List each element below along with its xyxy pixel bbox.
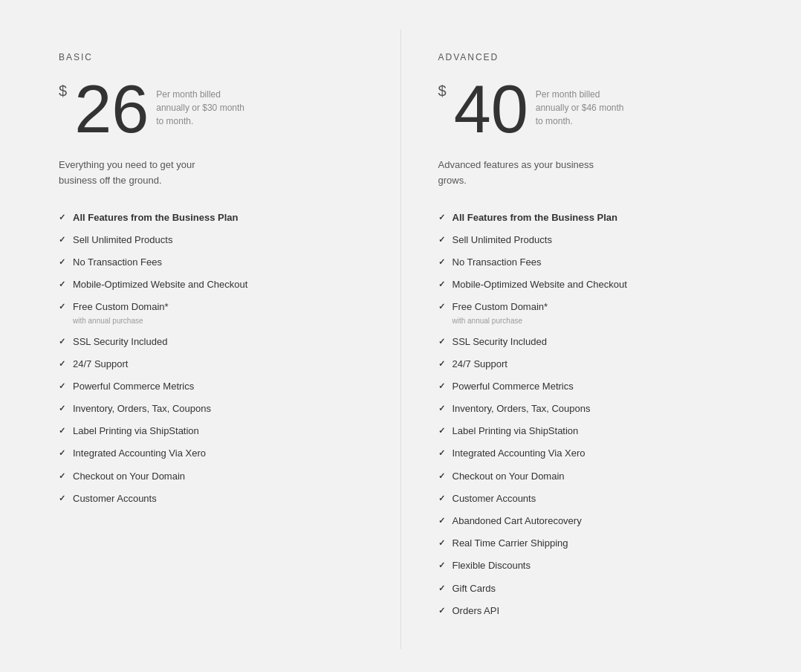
- check-icon: ✓: [438, 234, 445, 245]
- check-icon: ✓: [59, 358, 65, 369]
- feature-item: ✓Integrated Accounting Via Xero: [59, 447, 363, 460]
- check-icon: ✓: [59, 336, 65, 347]
- check-icon: ✓: [59, 471, 65, 482]
- plan-basic-price-row: $26Per month billed annually or $30 mont…: [59, 76, 363, 143]
- feature-item: ✓Label Printing via ShipStation: [438, 424, 743, 438]
- feature-text: Inventory, Orders, Tax, Coupons: [73, 402, 363, 416]
- check-icon: ✓: [438, 425, 445, 436]
- check-icon: ✓: [59, 301, 65, 312]
- feature-item: ✓All Features from the Business Plan: [59, 211, 363, 224]
- check-icon: ✓: [59, 234, 65, 245]
- check-icon: ✓: [438, 583, 445, 594]
- feature-text: Sell Unlimited Products: [453, 233, 743, 247]
- feature-text: 24/7 Support: [73, 358, 363, 371]
- feature-item: ✓Flexible Discounts: [438, 559, 743, 572]
- feature-text: Checkout on Your Domain: [453, 470, 743, 483]
- plan-basic-price-description: Per month billed annually or $30 month t…: [156, 88, 253, 128]
- feature-text: Integrated Accounting Via Xero: [73, 447, 363, 460]
- feature-text: Free Custom Domain*with annual purchase: [453, 300, 743, 326]
- feature-text: No Transaction Fees: [453, 256, 743, 269]
- feature-text: Inventory, Orders, Tax, Coupons: [453, 402, 743, 416]
- feature-item: ✓SSL Security Included: [438, 335, 743, 349]
- feature-item: ✓Customer Accounts: [438, 492, 743, 505]
- feature-item: ✓Checkout on Your Domain: [59, 470, 363, 483]
- check-icon: ✓: [438, 515, 445, 526]
- feature-item: ✓Abandoned Cart Autorecovery: [438, 514, 743, 528]
- check-icon: ✓: [438, 256, 445, 268]
- check-icon: ✓: [438, 212, 445, 223]
- feature-text: SSL Security Included: [453, 335, 743, 349]
- check-icon: ✓: [59, 212, 65, 223]
- feature-text: Abandoned Cart Autorecovery: [453, 514, 743, 528]
- feature-text: 24/7 Support: [453, 358, 743, 371]
- feature-item: ✓SSL Security Included: [59, 335, 363, 349]
- plan-basic-price-number: 26: [74, 76, 149, 143]
- feature-text: Customer Accounts: [453, 492, 743, 505]
- feature-item: ✓Free Custom Domain*with annual purchase: [59, 300, 363, 326]
- check-icon: ✓: [438, 279, 445, 290]
- feature-item: ✓Mobile-Optimized Website and Checkout: [59, 278, 363, 291]
- feature-text: Real Time Carrier Shipping: [453, 537, 743, 550]
- check-icon: ✓: [438, 336, 445, 347]
- check-icon: ✓: [438, 358, 445, 369]
- plan-divider: [400, 30, 401, 649]
- check-icon: ✓: [59, 493, 65, 504]
- check-icon: ✓: [59, 403, 65, 414]
- feature-text: All Features from the Business Plan: [73, 211, 363, 224]
- plan-basic: BASIC$26Per month billed annually or $30…: [29, 30, 393, 649]
- check-icon: ✓: [438, 448, 445, 459]
- plan-advanced: ADVANCED$40Per month billed annually or …: [409, 30, 773, 649]
- check-icon: ✓: [59, 448, 65, 459]
- feature-item: ✓Label Printing via ShipStation: [59, 424, 363, 438]
- plan-advanced-dollar-sign: $: [438, 83, 447, 98]
- feature-text: Sell Unlimited Products: [73, 233, 363, 247]
- feature-text: Flexible Discounts: [453, 559, 743, 572]
- feature-text: Mobile-Optimized Website and Checkout: [73, 278, 363, 291]
- feature-text: Label Printing via ShipStation: [73, 424, 363, 438]
- feature-text: Powerful Commerce Metrics: [73, 380, 363, 393]
- plan-advanced-feature-list: ✓All Features from the Business Plan✓Sel…: [438, 211, 743, 618]
- check-icon: ✓: [438, 301, 445, 312]
- feature-item: ✓Sell Unlimited Products: [438, 233, 743, 247]
- feature-text: Mobile-Optimized Website and Checkout: [453, 278, 743, 291]
- feature-item: ✓Powerful Commerce Metrics: [59, 380, 363, 393]
- check-icon: ✓: [59, 381, 65, 392]
- feature-sub-note: with annual purchase: [453, 316, 743, 326]
- feature-item: ✓Gift Cards: [438, 582, 743, 595]
- plan-advanced-price-number: 40: [454, 76, 528, 143]
- feature-item: ✓Inventory, Orders, Tax, Coupons: [59, 402, 363, 416]
- check-icon: ✓: [438, 537, 445, 549]
- feature-item: ✓Inventory, Orders, Tax, Coupons: [438, 402, 743, 416]
- feature-text: Free Custom Domain*with annual purchase: [73, 300, 363, 326]
- check-icon: ✓: [438, 560, 445, 571]
- feature-item: ✓Customer Accounts: [59, 492, 363, 505]
- plan-advanced-price-row: $40Per month billed annually or $46 mont…: [438, 76, 743, 143]
- plans-container: BASIC$26Per month billed annually or $30…: [29, 30, 772, 649]
- plan-basic-feature-list: ✓All Features from the Business Plan✓Sel…: [59, 211, 363, 505]
- feature-item: ✓No Transaction Fees: [59, 256, 363, 269]
- check-icon: ✓: [59, 425, 65, 436]
- check-icon: ✓: [438, 403, 445, 414]
- plan-basic-tagline: Everything you need to get your business…: [59, 158, 222, 189]
- feature-item: ✓24/7 Support: [59, 358, 363, 371]
- check-icon: ✓: [438, 381, 445, 392]
- feature-item: ✓Integrated Accounting Via Xero: [438, 447, 743, 460]
- check-icon: ✓: [59, 279, 65, 290]
- feature-text: SSL Security Included: [73, 335, 363, 349]
- feature-sub-note: with annual purchase: [73, 316, 363, 326]
- feature-item: ✓24/7 Support: [438, 358, 743, 371]
- feature-text: Customer Accounts: [73, 492, 363, 505]
- feature-item: ✓Mobile-Optimized Website and Checkout: [438, 278, 743, 291]
- plan-basic-title: BASIC: [59, 52, 363, 62]
- check-icon: ✓: [438, 493, 445, 504]
- feature-item: ✓Orders API: [438, 604, 743, 618]
- feature-text: Powerful Commerce Metrics: [453, 380, 743, 393]
- feature-item: ✓Sell Unlimited Products: [59, 233, 363, 247]
- plan-advanced-title: ADVANCED: [438, 52, 743, 62]
- feature-item: ✓Powerful Commerce Metrics: [438, 380, 743, 393]
- feature-text: Integrated Accounting Via Xero: [453, 447, 743, 460]
- feature-item: ✓No Transaction Fees: [438, 256, 743, 269]
- feature-text: All Features from the Business Plan: [453, 211, 743, 224]
- feature-text: Checkout on Your Domain: [73, 470, 363, 483]
- plan-basic-dollar-sign: $: [59, 83, 67, 98]
